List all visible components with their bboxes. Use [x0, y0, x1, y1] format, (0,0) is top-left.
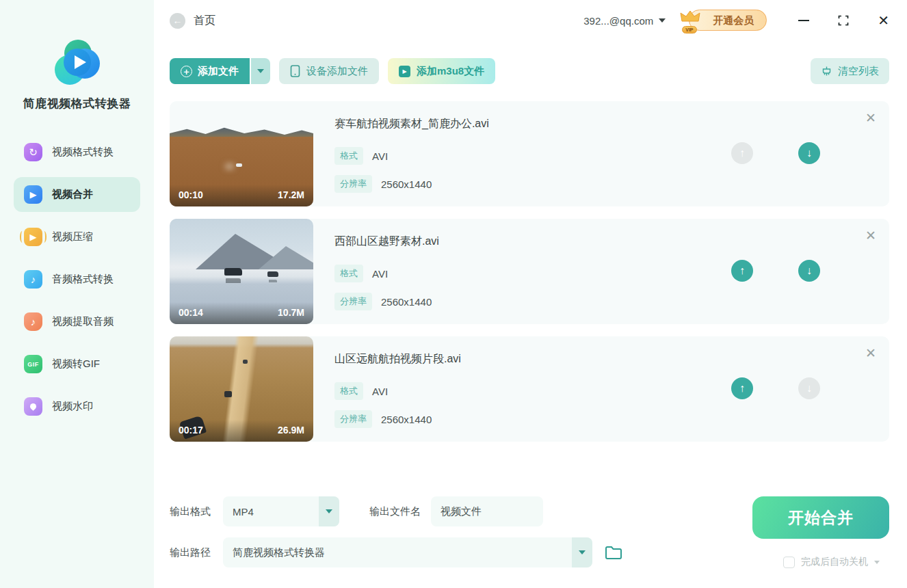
sidebar-item-label: 视频压缩	[52, 230, 93, 243]
file-list: 00:10 17.2M 赛车航拍视频素材_简鹿办公.avi 格式 AVI 分辨率…	[170, 101, 889, 442]
resolution-value: 2560x1440	[381, 414, 432, 425]
remove-file-icon[interactable]: ✕	[865, 229, 876, 242]
remove-file-icon[interactable]: ✕	[865, 347, 876, 360]
sidebar-item-audio-convert[interactable]: ♪ 音频格式转换	[14, 262, 140, 297]
start-merge-button[interactable]: 开始合并	[752, 496, 889, 539]
sidebar-item-label: 视频合并	[52, 188, 93, 201]
file-row: 00:10 17.2M 赛车航拍视频素材_简鹿办公.avi 格式 AVI 分辨率…	[170, 101, 889, 206]
vip-badge: VIP	[682, 26, 696, 34]
sidebar-item-label: 音频格式转换	[52, 273, 114, 286]
file-row: 00:14 10.7M 西部山区越野素材.avi 格式 AVI 分辨率 2560…	[170, 219, 889, 324]
chevron-down-icon	[572, 537, 592, 567]
output-path-label: 输出路径	[170, 546, 211, 559]
phone-icon	[290, 65, 300, 77]
video-size: 17.2M	[278, 189, 304, 200]
topbar: ← 首页 392...@qq.com VIP 开通会员 ✕	[170, 0, 889, 41]
video-thumbnail[interactable]: 00:17 26.9M	[170, 336, 313, 442]
window-controls: ✕	[798, 14, 889, 27]
add-file-button[interactable]: ＋ 添加文件	[170, 58, 250, 84]
minimize-icon[interactable]	[798, 20, 809, 21]
format-value: AVI	[372, 268, 388, 280]
resolution-chip: 分辨率	[334, 293, 372, 310]
output-path-value: 简鹿视频格式转换器	[223, 546, 572, 559]
format-value: AVI	[372, 150, 388, 162]
output-format-label: 输出格式	[170, 505, 211, 518]
sidebar-item-label: 视频水印	[52, 400, 93, 413]
add-file-dropdown-button[interactable]	[251, 58, 270, 84]
chevron-down-icon	[659, 18, 666, 23]
move-down-button[interactable]: ↓	[798, 142, 820, 164]
sidebar-item-video-to-gif[interactable]: GIF 视频转GIF	[14, 347, 140, 382]
crown-icon	[679, 9, 701, 25]
resolution-value: 2560x1440	[381, 296, 432, 308]
sidebar-item-video-merge[interactable]: ▶ 视频合并	[14, 177, 140, 212]
clear-list-label: 清空列表	[838, 65, 879, 78]
watermark-icon	[24, 397, 42, 416]
resolution-chip: 分辨率	[334, 175, 372, 193]
broom-icon	[821, 66, 832, 77]
output-filename-label: 输出文件名	[369, 505, 421, 518]
output-format-select[interactable]: MP4	[223, 496, 339, 526]
move-up-button[interactable]: ↑	[731, 377, 753, 399]
back-icon[interactable]: ←	[170, 13, 185, 29]
sidebar-item-label: 视频转GIF	[52, 358, 100, 371]
video-duration: 00:10	[179, 189, 203, 200]
device-add-file-button[interactable]: 设备添加文件	[279, 58, 379, 84]
add-m3u8-label: 添加m3u8文件	[417, 65, 484, 78]
chevron-down-icon	[874, 561, 880, 564]
move-up-button: ↑	[731, 142, 753, 164]
video-thumbnail[interactable]: 00:10 17.2M	[170, 101, 313, 206]
video-size: 10.7M	[278, 307, 304, 318]
chevron-down-icon	[257, 69, 264, 73]
sidebar-item-video-convert[interactable]: ↻ 视频格式转换	[14, 135, 140, 170]
toolbar: ＋ 添加文件 设备添加文件 ▶ 添加m3u8文件 清空列表	[170, 58, 889, 84]
output-section: 输出格式 MP4 输出文件名 输出路径 简鹿视频格式转换器	[170, 496, 889, 568]
video-duration: 00:14	[179, 307, 203, 318]
chevron-down-icon	[319, 496, 339, 526]
video-thumbnail[interactable]: 00:14 10.7M	[170, 219, 313, 324]
sidebar-item-video-watermark[interactable]: 视频水印	[14, 389, 140, 424]
video-duration: 00:17	[179, 425, 203, 436]
audio-convert-icon: ♪	[24, 270, 42, 289]
clear-list-button[interactable]: 清空列表	[811, 58, 889, 84]
maximize-icon[interactable]	[838, 15, 849, 26]
device-add-file-label: 设备添加文件	[306, 65, 368, 78]
close-icon[interactable]: ✕	[878, 14, 889, 27]
format-chip: 格式	[334, 382, 363, 400]
account-email: 392...@qq.com	[583, 15, 653, 27]
account-menu[interactable]: 392...@qq.com	[583, 15, 666, 27]
file-name: 西部山区越野素材.avi	[334, 235, 439, 249]
auto-shutdown-checkbox[interactable]	[783, 557, 795, 568]
output-filename-input[interactable]	[431, 496, 543, 526]
video-convert-icon: ↻	[24, 143, 42, 161]
sidebar-nav: ↻ 视频格式转换 ▶ 视频合并 ▶ 视频压缩 ♪ 音频格式转换 ♪ 视频提取音频…	[0, 135, 154, 424]
auto-shutdown-label: 完成后自动关机	[801, 556, 868, 568]
vip-upgrade-button[interactable]: VIP 开通会员	[689, 14, 767, 27]
video-merge-icon: ▶	[24, 185, 42, 204]
format-chip: 格式	[334, 265, 363, 282]
file-name: 山区远航航拍视频片段.avi	[334, 352, 461, 366]
sidebar-item-label: 视频格式转换	[52, 146, 114, 159]
remove-file-icon[interactable]: ✕	[865, 111, 876, 124]
sidebar: 简鹿视频格式转换器 ↻ 视频格式转换 ▶ 视频合并 ▶ 视频压缩 ♪ 音频格式转…	[0, 0, 154, 588]
folder-icon	[605, 545, 622, 560]
move-down-button[interactable]: ↓	[798, 260, 820, 282]
file-row: 00:17 26.9M 山区远航航拍视频片段.avi 格式 AVI 分辨率 25…	[170, 336, 889, 442]
auto-shutdown-option[interactable]: 完成后自动关机	[783, 556, 889, 568]
plus-icon: ＋	[181, 66, 192, 77]
resolution-chip: 分辨率	[334, 410, 372, 428]
sidebar-item-extract-audio[interactable]: ♪ 视频提取音频	[14, 304, 140, 339]
file-name: 赛车航拍视频素材_简鹿办公.avi	[334, 117, 489, 131]
output-path-select[interactable]: 简鹿视频格式转换器	[223, 537, 592, 567]
open-folder-button[interactable]	[605, 545, 622, 560]
extract-audio-icon: ♪	[24, 312, 42, 331]
gif-icon: GIF	[24, 355, 42, 373]
move-up-button[interactable]: ↑	[731, 260, 753, 282]
main-content: ← 首页 392...@qq.com VIP 开通会员 ✕	[154, 0, 907, 588]
format-chip: 格式	[334, 147, 363, 165]
add-file-label: 添加文件	[198, 65, 239, 78]
sidebar-item-video-compress[interactable]: ▶ 视频压缩	[14, 219, 140, 254]
move-down-button: ↓	[798, 377, 820, 399]
add-m3u8-button[interactable]: ▶ 添加m3u8文件	[388, 58, 495, 84]
format-value: AVI	[372, 386, 388, 397]
